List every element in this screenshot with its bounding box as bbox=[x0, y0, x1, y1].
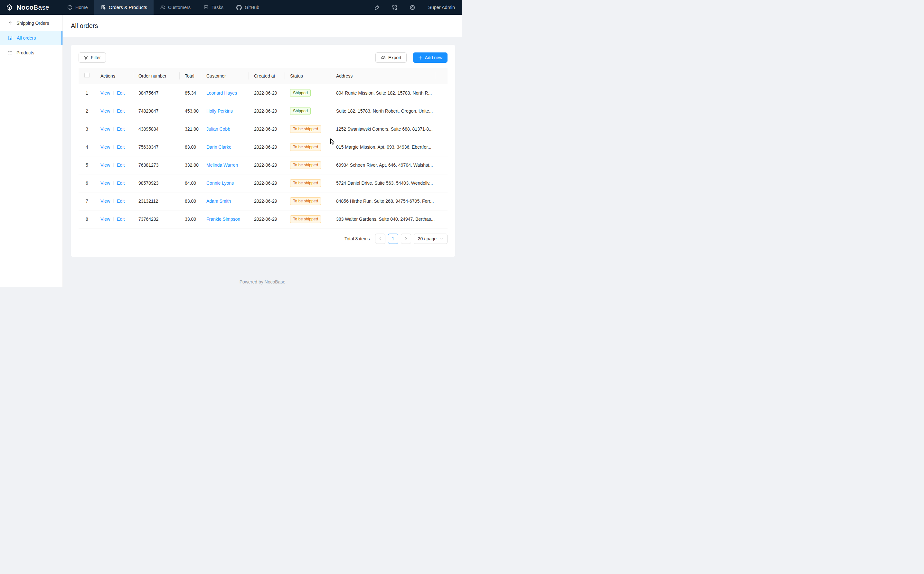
address-cell: 015 Margie Mission, Apt. 093, 34936, Ebe… bbox=[331, 138, 435, 156]
edit-link[interactable]: Edit bbox=[117, 126, 125, 132]
add-new-button[interactable]: Add new bbox=[413, 52, 447, 63]
row-index: 4 bbox=[79, 138, 95, 156]
nav-item-tasks[interactable]: Tasks bbox=[197, 0, 230, 15]
edit-link[interactable]: Edit bbox=[117, 162, 125, 168]
nav-label: GitHub bbox=[245, 5, 259, 10]
address-cell: 1252 Swaniawski Corners, Suite 688, 8137… bbox=[331, 120, 435, 138]
table-row: 7 ViewEdit 23132112 83.00 Adam Smith 202… bbox=[79, 192, 447, 210]
trailing-cell bbox=[435, 156, 447, 174]
column-header-order-number: Order number bbox=[133, 68, 180, 84]
total-cell: 85.34 bbox=[180, 84, 201, 102]
status-badge: Shipped bbox=[290, 89, 311, 97]
status-badge: Shipped bbox=[290, 107, 311, 115]
export-button[interactable]: Export bbox=[375, 52, 406, 63]
settings-icon[interactable] bbox=[409, 5, 415, 10]
table-row: 1 ViewEdit 38475647 85.34 Leonard Hayes … bbox=[79, 84, 447, 102]
page-1-button[interactable]: 1 bbox=[388, 233, 398, 244]
edit-link[interactable]: Edit bbox=[117, 199, 125, 203]
created-at-cell: 2022-06-29 bbox=[249, 210, 285, 228]
created-at-cell: 2022-06-29 bbox=[249, 120, 285, 138]
chevron-down-icon bbox=[440, 237, 443, 240]
filter-button[interactable]: Filter bbox=[79, 52, 106, 63]
sidebar-item-all-orders[interactable]: All orders bbox=[0, 31, 62, 45]
order-number-cell: 43895834 bbox=[133, 120, 180, 138]
action-divider bbox=[113, 91, 114, 95]
table-row: 2 ViewEdit 74829847 453.00 Holly Perkins… bbox=[79, 102, 447, 120]
nocobase-logo-icon bbox=[5, 3, 14, 12]
created-at-cell: 2022-06-29 bbox=[249, 84, 285, 102]
next-page-button[interactable] bbox=[401, 233, 411, 244]
select-all-checkbox[interactable] bbox=[84, 73, 90, 78]
brand-text: NocoBase bbox=[16, 3, 49, 11]
main-area: All orders Filter bbox=[63, 15, 462, 287]
prev-page-button[interactable] bbox=[375, 233, 385, 244]
view-link[interactable]: View bbox=[100, 145, 110, 150]
sidebar-item-shipping-orders[interactable]: Shipping Orders bbox=[0, 16, 62, 30]
pagination-total: Total 8 items bbox=[344, 236, 370, 241]
column-header-total: Total bbox=[180, 68, 201, 84]
action-divider bbox=[113, 145, 114, 149]
table-row: 3 ViewEdit 43895834 321.00 Julian Cobb 2… bbox=[79, 120, 447, 138]
customer-link[interactable]: Adam Smith bbox=[206, 199, 231, 203]
customer-link[interactable]: Julian Cobb bbox=[206, 126, 230, 132]
table-header-row: Actions Order number Total Customer Crea… bbox=[79, 68, 447, 84]
toolbar-right: Export Add new bbox=[375, 52, 447, 63]
trailing-cell bbox=[435, 192, 447, 210]
view-link[interactable]: View bbox=[100, 109, 110, 114]
check-square-icon bbox=[204, 5, 208, 10]
edit-link[interactable]: Edit bbox=[117, 216, 125, 222]
edit-link[interactable]: Edit bbox=[117, 145, 125, 150]
arrow-up-icon bbox=[8, 21, 13, 26]
trailing-cell bbox=[435, 102, 447, 120]
action-divider bbox=[113, 163, 114, 167]
view-link[interactable]: View bbox=[100, 90, 110, 96]
view-link[interactable]: View bbox=[100, 126, 110, 132]
view-link[interactable]: View bbox=[100, 199, 110, 203]
total-cell: 332.00 bbox=[180, 156, 201, 174]
action-divider bbox=[113, 109, 114, 113]
row-index: 3 bbox=[79, 120, 95, 138]
view-link[interactable]: View bbox=[100, 216, 110, 222]
customer-link[interactable]: Melinda Warren bbox=[206, 162, 238, 168]
user-menu[interactable]: Super Admin bbox=[428, 5, 455, 10]
page-size-select[interactable]: 20 / page bbox=[414, 233, 447, 244]
nav-item-github[interactable]: GitHub bbox=[230, 0, 265, 15]
customer-link[interactable]: Darin Clarke bbox=[206, 145, 232, 150]
trailing-cell bbox=[435, 210, 447, 228]
row-index: 2 bbox=[79, 102, 95, 120]
order-number-cell: 73764232 bbox=[133, 210, 180, 228]
order-number-cell: 98570923 bbox=[133, 174, 180, 192]
customer-link[interactable]: Leonard Hayes bbox=[206, 90, 237, 96]
status-badge: To be shipped bbox=[290, 197, 321, 205]
customer-link[interactable]: Connie Lyons bbox=[206, 180, 234, 186]
nav-item-orders-products[interactable]: Orders & Products bbox=[94, 0, 153, 15]
status-badge: To be shipped bbox=[290, 215, 321, 223]
ui-editor-icon[interactable] bbox=[392, 5, 397, 10]
action-divider bbox=[113, 127, 114, 131]
highlighter-icon[interactable] bbox=[374, 5, 379, 10]
nocobase-logo[interactable]: NocoBase bbox=[0, 0, 52, 15]
edit-link[interactable]: Edit bbox=[117, 109, 125, 114]
edit-link[interactable]: Edit bbox=[117, 180, 125, 186]
nav-label: Customers bbox=[168, 5, 191, 10]
nav-label: Tasks bbox=[212, 5, 223, 10]
trailing-cell bbox=[435, 84, 447, 102]
row-index: 8 bbox=[79, 210, 95, 228]
column-header-customer: Customer bbox=[201, 68, 249, 84]
nav-item-customers[interactable]: Customers bbox=[153, 0, 197, 15]
created-at-cell: 2022-06-29 bbox=[249, 174, 285, 192]
customer-link[interactable]: Holly Perkins bbox=[206, 109, 233, 114]
column-header-created-at: Created at bbox=[249, 68, 285, 84]
pagination: Total 8 items 1 bbox=[79, 233, 447, 244]
view-link[interactable]: View bbox=[100, 162, 110, 168]
smiley-icon bbox=[67, 5, 73, 10]
address-cell: 69934 Schoen River, Apt. 646, 49704, Wal… bbox=[331, 156, 435, 174]
status-badge: To be shipped bbox=[290, 125, 321, 133]
customer-link[interactable]: Frankie Simpson bbox=[206, 216, 240, 222]
edit-link[interactable]: Edit bbox=[117, 90, 125, 96]
created-at-cell: 2022-06-29 bbox=[249, 138, 285, 156]
view-link[interactable]: View bbox=[100, 180, 110, 186]
row-index: 1 bbox=[79, 84, 95, 102]
nav-item-home[interactable]: Home bbox=[61, 0, 94, 15]
sidebar-item-products[interactable]: Products bbox=[0, 46, 62, 60]
